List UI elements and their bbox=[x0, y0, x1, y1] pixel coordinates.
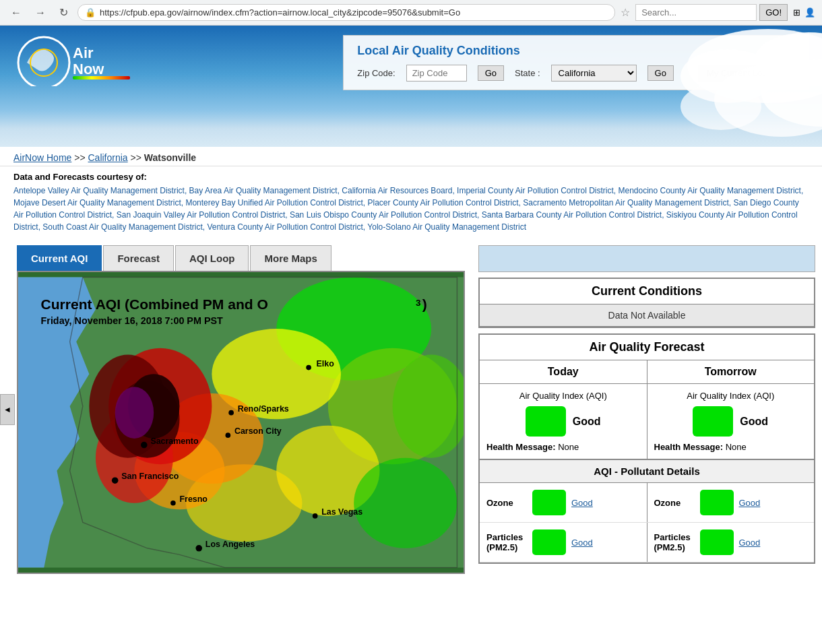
svg-point-29 bbox=[228, 410, 234, 416]
local-aq-title: Local Air Quality Conditions bbox=[357, 44, 794, 58]
local-aq-row: Zip Code: Go State : AlabamaAlaskaArizon… bbox=[357, 65, 794, 82]
refresh-button[interactable]: ↻ bbox=[55, 5, 72, 20]
browser-go-button[interactable]: GO! bbox=[759, 4, 788, 21]
scroll-left-arrow[interactable]: ◄ bbox=[0, 394, 15, 425]
conditions-unavailable: Data Not Available bbox=[480, 304, 814, 327]
back-button[interactable]: ← bbox=[7, 5, 26, 20]
state-select[interactable]: AlabamaAlaskaArizonaArkansasCaliforniaCo… bbox=[551, 65, 637, 82]
zip-label: Zip Code: bbox=[357, 68, 395, 78]
url-text: https://cfpub.epa.gov/airnow/index.cfm?a… bbox=[100, 7, 608, 18]
left-panel: ◄ Current AQI Forecast AQI Loop More Map… bbox=[0, 245, 472, 574]
browser-search-input[interactable] bbox=[635, 4, 757, 21]
today-green-box bbox=[526, 406, 566, 437]
ozone-today-good-link[interactable]: Good bbox=[571, 498, 593, 508]
pm25-today-good-link[interactable]: Good bbox=[571, 538, 593, 548]
pm25-tomorrow-cell: Particles(PM2.5) Good bbox=[647, 523, 815, 562]
breadcrumb-sep1: >> bbox=[74, 152, 88, 163]
pm25-tomorrow-good-link[interactable]: Good bbox=[739, 538, 761, 548]
attribution-area: Data and Forecasts courtesy of: Antelope… bbox=[0, 166, 822, 238]
airnow-logo: Air Now bbox=[13, 32, 148, 86]
breadcrumb-city: Watsonville bbox=[144, 152, 196, 163]
svg-text:Now: Now bbox=[73, 61, 104, 77]
ozone-tomorrow-name: Ozone bbox=[654, 498, 695, 508]
right-panel: Current Conditions Data Not Available Ai… bbox=[472, 245, 822, 574]
local-aq-box: Local Air Quality Conditions Zip Code: G… bbox=[343, 35, 809, 90]
tabs-bar: Current AQI Forecast AQI Loop More Maps bbox=[17, 245, 465, 271]
tomorrow-health-value: None bbox=[726, 442, 747, 452]
browser-chrome: ← → ↻ 🔒 https://cfpub.epa.gov/airnow/ind… bbox=[0, 0, 822, 26]
tab-forecast[interactable]: Forecast bbox=[103, 245, 174, 271]
right-top-banner bbox=[478, 245, 815, 272]
pm25-tomorrow-indicator bbox=[700, 529, 734, 555]
svg-point-33 bbox=[141, 442, 148, 449]
svg-text:Friday, November 16, 2018 7:00: Friday, November 16, 2018 7:00 PM PST bbox=[41, 315, 224, 326]
svg-point-35 bbox=[112, 477, 119, 484]
logo-area: Air Now bbox=[13, 32, 148, 86]
forecast-header: Air Quality Forecast bbox=[480, 335, 814, 360]
pollutant-header: AQI - Pollutant Details bbox=[480, 459, 814, 483]
svg-text:): ) bbox=[422, 296, 427, 312]
forecast-today-cell: Air Quality Index (AQI) Good Health Mess… bbox=[480, 384, 647, 459]
breadcrumb-sep2: >> bbox=[131, 152, 144, 163]
browser-menu: ⊞ 👤 bbox=[793, 7, 815, 18]
pollutant-ozone-row: Ozone Good Ozone Good bbox=[480, 483, 814, 523]
bookmark-icon[interactable]: ☆ bbox=[621, 6, 630, 19]
today-aqi-status: Good bbox=[573, 416, 601, 428]
ozone-tomorrow-cell: Ozone Good bbox=[647, 483, 815, 522]
aqi-map: Elko Reno/Sparks Carson City Sacramento bbox=[18, 272, 464, 573]
today-aqi-indicator: Good bbox=[486, 406, 640, 437]
tab-more-maps[interactable]: More Maps bbox=[250, 245, 331, 271]
attribution-title: Data and Forecasts courtesy of: bbox=[13, 172, 809, 182]
svg-point-37 bbox=[170, 501, 176, 506]
state-label: State : bbox=[515, 68, 540, 78]
ozone-today-name: Ozone bbox=[486, 498, 527, 508]
svg-text:Los Angeles: Los Angeles bbox=[205, 540, 255, 549]
today-health-value: None bbox=[558, 442, 579, 452]
tomorrow-health-msg: Health Message: None bbox=[654, 442, 808, 452]
tab-current-aqi[interactable]: Current AQI bbox=[17, 245, 102, 271]
svg-text:Las Vegas: Las Vegas bbox=[321, 507, 362, 517]
svg-text:Current AQI (Combined PM and O: Current AQI (Combined PM and O bbox=[41, 296, 268, 312]
pm25-today-indicator bbox=[532, 529, 566, 555]
tomorrow-aqi-status: Good bbox=[740, 416, 768, 428]
conditions-header: Current Conditions bbox=[480, 279, 814, 304]
my-location-button[interactable]: My Current Location bbox=[698, 65, 794, 82]
forecast-col-today: Today bbox=[480, 360, 647, 383]
svg-rect-10 bbox=[73, 76, 130, 79]
attribution-links: Antelope Valley Air Quality Management D… bbox=[13, 185, 809, 233]
conditions-box: Current Conditions Data Not Available bbox=[478, 278, 815, 328]
breadcrumb: AirNow Home >> California >> Watsonville bbox=[13, 152, 809, 163]
svg-text:Elko: Elko bbox=[317, 359, 335, 368]
extension-icon: ⊞ bbox=[793, 7, 800, 18]
svg-text:Sacramento: Sacramento bbox=[150, 437, 199, 446]
svg-point-27 bbox=[306, 365, 311, 371]
forecast-box: Air Quality Forecast Today Tomorrow Air … bbox=[478, 333, 815, 564]
pm25-today-name: Particles(PM2.5) bbox=[486, 532, 527, 552]
tab-aqi-loop[interactable]: AQI Loop bbox=[175, 245, 249, 271]
tomorrow-health-label: Health Message: bbox=[654, 442, 724, 452]
zip-go-button[interactable]: Go bbox=[478, 65, 504, 81]
tomorrow-aqi-label: Air Quality Index (AQI) bbox=[654, 391, 808, 401]
forecast-columns: Today Tomorrow bbox=[480, 360, 814, 384]
svg-point-39 bbox=[313, 513, 318, 519]
svg-text:Fresno: Fresno bbox=[179, 494, 208, 504]
svg-point-25 bbox=[354, 458, 457, 548]
breadcrumb-home[interactable]: AirNow Home bbox=[13, 152, 71, 163]
url-bar[interactable]: 🔒 https://cfpub.epa.gov/airnow/index.cfm… bbox=[77, 4, 615, 21]
zip-input[interactable] bbox=[406, 65, 467, 82]
ozone-today-cell: Ozone Good bbox=[480, 483, 647, 522]
tomorrow-aqi-indicator: Good bbox=[654, 406, 808, 437]
pm25-tomorrow-name: Particles(PM2.5) bbox=[654, 532, 695, 552]
state-go-button[interactable]: Go bbox=[647, 65, 674, 81]
ozone-today-indicator bbox=[532, 490, 566, 515]
today-health-label: Health Message: bbox=[486, 442, 556, 452]
ozone-tomorrow-good-link[interactable]: Good bbox=[739, 498, 761, 508]
forecast-tomorrow-cell: Air Quality Index (AQI) Good Health Mess… bbox=[647, 384, 815, 459]
forward-button[interactable]: → bbox=[31, 5, 50, 20]
svg-text:Carson City: Carson City bbox=[234, 426, 282, 436]
svg-point-31 bbox=[226, 432, 231, 438]
svg-text:3: 3 bbox=[416, 298, 420, 308]
breadcrumb-state[interactable]: California bbox=[88, 152, 128, 163]
breadcrumb-area: AirNow Home >> California >> Watsonville bbox=[0, 147, 822, 166]
site-header: Air Now Local Air Quality Conditions Z bbox=[0, 26, 822, 147]
